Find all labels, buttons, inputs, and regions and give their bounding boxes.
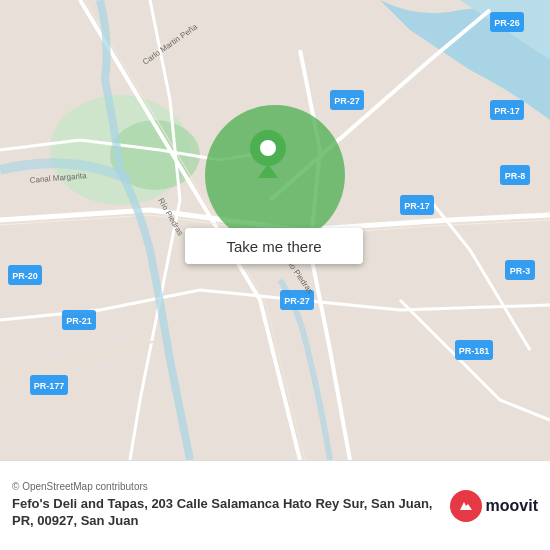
copyright-text: © OpenStreetMap contributors <box>12 481 440 492</box>
moovit-icon <box>450 490 482 522</box>
moovit-text: moovit <box>486 497 538 515</box>
info-text: © OpenStreetMap contributors Fefo's Deli… <box>12 481 440 530</box>
svg-text:PR-27: PR-27 <box>284 296 310 306</box>
location-name: Fefo's Deli and Tapas, 203 Calle Salaman… <box>12 496 440 530</box>
take-me-there-button[interactable]: Take me there <box>185 228 363 264</box>
location-pin <box>248 130 288 182</box>
svg-text:PR-21: PR-21 <box>66 316 92 326</box>
svg-text:PR-177: PR-177 <box>34 381 65 391</box>
svg-text:PR-26: PR-26 <box>494 18 520 28</box>
info-bar: © OpenStreetMap contributors Fefo's Deli… <box>0 460 550 550</box>
svg-text:PR-17: PR-17 <box>494 106 520 116</box>
map-container: PR-26 PR-17 PR-17 PR-8 PR-3 PR-27 PR-27 … <box>0 0 550 460</box>
svg-text:PR-3: PR-3 <box>510 266 531 276</box>
moovit-logo[interactable]: moovit <box>450 490 538 522</box>
svg-text:PR-8: PR-8 <box>505 171 526 181</box>
svg-point-31 <box>260 140 276 156</box>
svg-text:PR-181: PR-181 <box>459 346 490 356</box>
svg-text:PR-17: PR-17 <box>404 201 430 211</box>
svg-text:PR-20: PR-20 <box>12 271 38 281</box>
svg-text:PR-27: PR-27 <box>334 96 360 106</box>
